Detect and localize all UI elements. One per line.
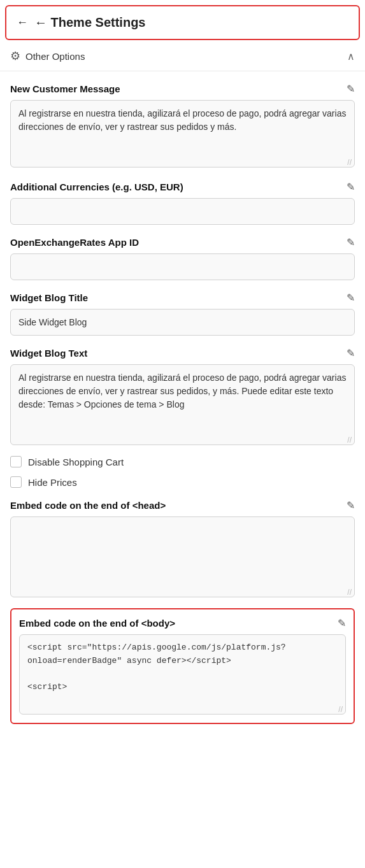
gear-icon: ⚙ — [10, 49, 20, 63]
edit-icon-widget-blog-text[interactable]: ✎ — [347, 347, 355, 359]
section-label: Other Options — [25, 51, 85, 62]
textarea-wrapper-embed-head: // — [10, 516, 355, 599]
field-widget-blog-title: Widget Blog Title ✎ — [10, 292, 355, 336]
field-header-openexchangerates: OpenExchangeRates App ID ✎ — [10, 236, 355, 248]
field-header-embed-head: Embed code on the end of <head> ✎ — [10, 499, 355, 511]
label-embed-body: Embed code on the end of <body> — [19, 618, 175, 629]
edit-icon-widget-blog-title[interactable]: ✎ — [347, 292, 355, 304]
textarea-wrapper-new-customer-message: Al registrarse en nuestra tienda, agiliz… — [10, 100, 355, 169]
input-embed-body[interactable]: <script src="https://apis.google.com/js/… — [19, 634, 346, 715]
textarea-wrapper-embed-body: <script src="https://apis.google.com/js/… — [19, 634, 346, 716]
back-arrow-icon: ← — [17, 16, 28, 29]
page-title: ← Theme Settings — [34, 15, 145, 30]
input-additional-currencies[interactable] — [10, 198, 355, 225]
edit-icon-additional-currencies[interactable]: ✎ — [347, 181, 355, 193]
label-additional-currencies: Additional Currencies (e.g. USD, EUR) — [10, 181, 183, 192]
checkbox-row-disable-shopping-cart[interactable]: Disable Shopping Cart — [10, 456, 355, 467]
field-openexchangerates: OpenExchangeRates App ID ✎ — [10, 236, 355, 280]
field-new-customer-message: New Customer Message ✎ Al registrarse en… — [10, 83, 355, 169]
content-area: New Customer Message ✎ Al registrarse en… — [0, 83, 365, 724]
checkbox-disable-shopping-cart[interactable] — [10, 456, 22, 467]
field-widget-blog-text: Widget Blog Text ✎ Al registrarse en nue… — [10, 347, 355, 447]
checkbox-row-hide-prices[interactable]: Hide Prices — [10, 476, 355, 488]
label-new-customer-message: New Customer Message — [10, 83, 120, 94]
label-widget-blog-title: Widget Blog Title — [10, 292, 88, 303]
field-header-additional-currencies: Additional Currencies (e.g. USD, EUR) ✎ — [10, 181, 355, 193]
label-disable-shopping-cart: Disable Shopping Cart — [28, 457, 124, 467]
edit-icon-embed-body[interactable]: ✎ — [338, 617, 346, 629]
input-new-customer-message[interactable]: Al registrarse en nuestra tienda, agiliz… — [10, 100, 355, 167]
edit-icon-new-customer-message[interactable]: ✎ — [347, 83, 355, 95]
input-openexchangerates[interactable] — [10, 253, 355, 280]
edit-icon-embed-head[interactable]: ✎ — [347, 499, 355, 511]
field-embed-head: Embed code on the end of <head> ✎ // — [10, 499, 355, 599]
field-header-new-customer-message: New Customer Message ✎ — [10, 83, 355, 95]
field-header-embed-body: Embed code on the end of <body> ✎ — [19, 617, 346, 629]
section-header-left: ⚙ Other Options — [10, 49, 85, 63]
chevron-up-icon[interactable]: ∧ — [347, 50, 355, 62]
input-widget-blog-title[interactable] — [10, 309, 355, 336]
checkbox-hide-prices[interactable] — [10, 476, 22, 488]
input-embed-head[interactable] — [10, 516, 355, 597]
textarea-wrapper-widget-blog-text: Al registrarse en nuestra tienda, agiliz… — [10, 364, 355, 447]
field-additional-currencies: Additional Currencies (e.g. USD, EUR) ✎ — [10, 181, 355, 225]
field-header-widget-blog-title: Widget Blog Title ✎ — [10, 292, 355, 304]
field-embed-body-highlighted: Embed code on the end of <body> ✎ <scrip… — [10, 608, 355, 724]
label-openexchangerates: OpenExchangeRates App ID — [10, 237, 139, 248]
input-widget-blog-text[interactable]: Al registrarse en nuestra tienda, agiliz… — [10, 364, 355, 445]
theme-settings-header[interactable]: ← ← Theme Settings — [5, 5, 360, 40]
label-embed-head: Embed code on the end of <head> — [10, 500, 166, 511]
label-widget-blog-text: Widget Blog Text — [10, 348, 87, 359]
field-header-widget-blog-text: Widget Blog Text ✎ — [10, 347, 355, 359]
label-hide-prices: Hide Prices — [28, 477, 77, 488]
section-header[interactable]: ⚙ Other Options ∧ — [0, 40, 365, 71]
edit-icon-openexchangerates[interactable]: ✎ — [347, 236, 355, 248]
